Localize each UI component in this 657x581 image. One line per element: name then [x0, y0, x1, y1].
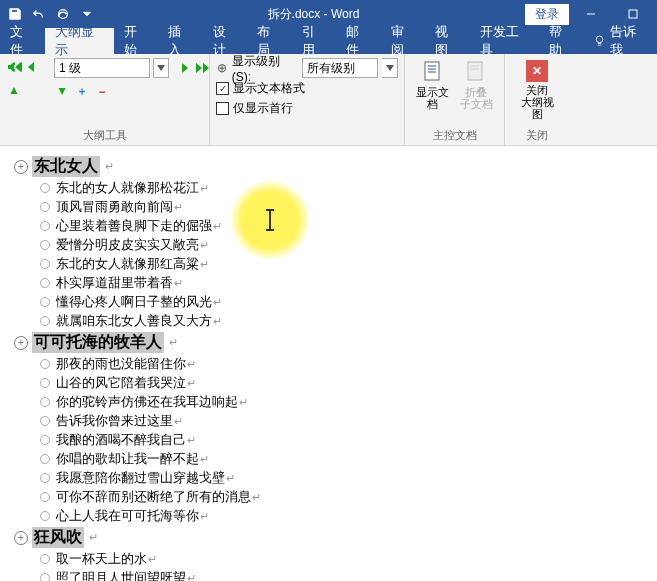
bulb-icon — [593, 34, 606, 48]
body-bullet-icon — [40, 554, 50, 564]
qat-dropdown-icon[interactable] — [76, 3, 98, 25]
body-line[interactable]: 东北的女人就像那松花江↵ — [56, 179, 209, 197]
body-bullet-icon — [40, 473, 50, 483]
level-dropdown-icon[interactable] — [153, 58, 169, 78]
undo-icon[interactable] — [28, 3, 50, 25]
body-bullet-icon — [40, 221, 50, 231]
body-line[interactable]: 照了明月人世间望呀望↵ — [56, 569, 196, 581]
minimize-button[interactable] — [571, 0, 611, 28]
tab-layout[interactable]: 布局 — [247, 28, 292, 54]
show-text-format-label: 显示文本格式 — [233, 80, 305, 97]
tab-file[interactable]: 文件 — [0, 28, 45, 54]
group-outline-tools: 大纲工具 — [6, 126, 203, 145]
tab-outline[interactable]: 大纲显示 — [45, 28, 114, 54]
body-line[interactable]: 取一杯天上的水↵ — [56, 550, 157, 568]
collapse-icon[interactable]: − — [94, 84, 110, 100]
expand-heading-icon[interactable]: + — [14, 336, 28, 350]
body-line[interactable]: 告诉我你曾来过这里↵ — [56, 412, 183, 430]
body-line[interactable]: 可你不辞而别还断绝了所有的消息↵ — [56, 488, 261, 506]
svg-rect-6 — [425, 62, 439, 80]
body-bullet-icon — [40, 511, 50, 521]
tab-mail[interactable]: 邮件 — [336, 28, 381, 54]
collapse-subdoc-icon — [464, 60, 488, 84]
body-bullet-icon — [40, 359, 50, 369]
body-bullet-icon — [40, 378, 50, 388]
promote-most-icon[interactable] — [6, 58, 24, 76]
body-line[interactable]: 懂得心疼人啊日子整的风光↵ — [56, 293, 222, 311]
demote-icon[interactable] — [172, 59, 190, 77]
body-line[interactable]: 东北的女人就像那红高粱↵ — [56, 255, 209, 273]
close-outline-button[interactable]: ✕ 关闭 大纲视图 — [514, 58, 560, 126]
tab-help[interactable]: 帮助 — [539, 28, 584, 54]
demote-most-icon[interactable] — [193, 59, 211, 77]
body-bullet-icon — [40, 202, 50, 212]
body-line[interactable]: 就属咱东北女人善良又大方↵ — [56, 312, 222, 330]
body-bullet-icon — [40, 278, 50, 288]
tab-home[interactable]: 开始 — [114, 28, 159, 54]
outline-level-select[interactable]: 1 级 — [54, 58, 150, 78]
body-bullet-icon — [40, 183, 50, 193]
body-line[interactable]: 我愿意陪你翻过雪山穿越戈壁↵ — [56, 469, 235, 487]
body-line[interactable]: 朴实厚道甜里带着香↵ — [56, 274, 183, 292]
move-up-icon[interactable]: ▲ — [6, 82, 22, 98]
expand-heading-icon[interactable]: + — [14, 160, 28, 174]
redo-icon[interactable] — [52, 3, 74, 25]
expand-heading-icon[interactable]: + — [14, 531, 28, 545]
heading-0[interactable]: 东北女人 — [32, 156, 100, 177]
body-bullet-icon — [40, 259, 50, 269]
body-line[interactable]: 心上人我在可可托海等你↵ — [56, 507, 209, 525]
tab-insert[interactable]: 插入 — [158, 28, 203, 54]
body-bullet-icon — [40, 492, 50, 502]
save-icon[interactable] — [4, 3, 26, 25]
show-document-icon — [421, 60, 445, 84]
expand-icon[interactable]: + — [74, 84, 90, 100]
tab-review[interactable]: 审阅 — [381, 28, 426, 54]
body-bullet-icon — [40, 240, 50, 250]
heading-2[interactable]: 狂风吹 — [32, 527, 84, 548]
show-level-select[interactable]: 所有级别 — [302, 58, 379, 78]
body-bullet-icon — [40, 416, 50, 426]
body-bullet-icon — [40, 454, 50, 464]
tab-developer[interactable]: 开发工具 — [470, 28, 539, 54]
group-master-doc: 主控文档 — [411, 126, 498, 145]
body-line[interactable]: 你唱的歌却让我一醉不起↵ — [56, 450, 209, 468]
close-icon: ✕ — [526, 60, 548, 82]
heading-1[interactable]: 可可托海的牧羊人 — [32, 332, 164, 353]
body-bullet-icon — [40, 397, 50, 407]
body-line[interactable]: 爱憎分明皮皮实实又敞亮↵ — [56, 236, 209, 254]
tab-references[interactable]: 引用 — [292, 28, 337, 54]
body-bullet-icon — [40, 297, 50, 307]
show-level-dropdown-icon[interactable] — [382, 58, 398, 78]
svg-rect-2 — [629, 10, 637, 18]
tab-tellme[interactable]: 告诉我 — [583, 28, 657, 54]
body-line[interactable]: 顶风冒雨勇敢向前闯↵ — [56, 198, 183, 216]
body-line[interactable]: 心里装着善良脚下走的倔强↵ — [56, 217, 222, 235]
show-document-button[interactable]: 显示文档 — [411, 58, 455, 126]
body-bullet-icon — [40, 573, 50, 581]
body-line[interactable]: 那夜的雨也没能留住你↵ — [56, 355, 196, 373]
body-line[interactable]: 你的驼铃声仿佛还在我耳边响起↵ — [56, 393, 248, 411]
svg-rect-10 — [468, 62, 482, 80]
show-first-line-label: 仅显示首行 — [233, 100, 293, 117]
body-line[interactable]: 我酿的酒喝不醉我自己↵ — [56, 431, 196, 449]
body-bullet-icon — [40, 435, 50, 445]
move-down-icon[interactable]: ▲ — [54, 84, 70, 100]
document-body[interactable]: +东北女人↵东北的女人就像那松花江↵顶风冒雨勇敢向前闯↵心里装着善良脚下走的倔强… — [0, 146, 657, 581]
show-text-format-checkbox[interactable]: ✓ — [216, 82, 229, 95]
window-title: 拆分.docx - Word — [102, 6, 525, 23]
body-line[interactable]: 山谷的风它陪着我哭泣↵ — [56, 374, 196, 392]
login-button[interactable]: 登录 — [525, 4, 569, 25]
tab-view[interactable]: 视图 — [425, 28, 470, 54]
show-level-icon: ⊕ — [216, 61, 228, 75]
svg-point-3 — [597, 36, 604, 43]
promote-icon[interactable] — [26, 58, 44, 76]
collapse-subdoc-button: 折叠 子文档 — [455, 58, 499, 126]
body-bullet-icon — [40, 316, 50, 326]
group-close: 关闭 — [511, 126, 563, 145]
tab-design[interactable]: 设计 — [203, 28, 248, 54]
show-first-line-checkbox[interactable] — [216, 102, 229, 115]
